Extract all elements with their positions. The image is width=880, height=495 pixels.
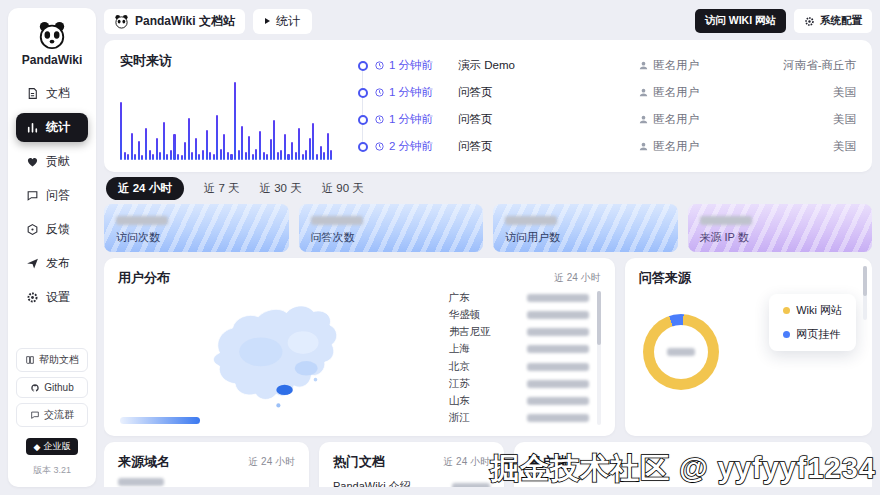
visit-page: 问答页 (458, 85, 638, 100)
bar-chart-icon (26, 121, 39, 134)
chat-bubble-icon (26, 189, 39, 202)
region-row: 江苏 (449, 377, 589, 391)
chart-bar (223, 134, 225, 160)
chart-bar (127, 154, 129, 160)
card-title: 问答来源 (639, 269, 691, 287)
redacted-value (116, 216, 168, 225)
chart-bar (120, 102, 122, 160)
breadcrumb[interactable]: PandaWiki 文档站 (104, 9, 245, 34)
system-config-button[interactable]: 系统配置 (794, 9, 872, 33)
sidebar-item-label: 问答 (46, 187, 70, 204)
dashboard-content: 实时来访 1 分钟前 演示 Demo 匿名用户 河南省-商丘市 (104, 40, 872, 487)
app-root: PandaWiki 文档 统计 贡献 问答 反馈 (0, 0, 880, 495)
user-icon (638, 60, 649, 71)
chart-bar (134, 154, 136, 160)
hot-doc-item[interactable]: PandaWiki 介绍 (333, 479, 490, 487)
user-icon (638, 87, 649, 98)
filter-option-7d[interactable]: 近 7 天 (204, 181, 240, 196)
visit-location: 美国 (738, 112, 856, 127)
chart-bar (280, 150, 282, 160)
visit-user: 匿名用户 (638, 112, 738, 127)
qa-card-scrollbar[interactable] (863, 266, 867, 320)
user-icon (638, 141, 649, 152)
realtime-title: 实时来访 (120, 52, 332, 70)
visit-location: 河南省-商丘市 (738, 58, 856, 73)
help-docs-button[interactable]: 帮助文档 (16, 348, 88, 372)
tab-stats[interactable]: 统计 (253, 9, 312, 34)
redacted-value (527, 363, 589, 371)
chart-bar (248, 136, 250, 160)
chart-bar (191, 152, 193, 160)
sidebar-item-stats[interactable]: 统计 (16, 113, 88, 142)
visit-page: 问答页 (458, 112, 638, 127)
app-logo: PandaWiki (22, 20, 83, 67)
card-title: 来源域名 (118, 453, 170, 471)
sidebar-item-label: 发布 (46, 255, 70, 272)
stat-label: 访问用户数 (505, 230, 666, 245)
user-icon (638, 114, 649, 125)
visit-location: 美国 (738, 139, 856, 154)
stat-card-qa-count: 问答次数 (299, 204, 484, 252)
card-header: 用户分布 近 24 小时 (118, 269, 601, 287)
chart-bar (273, 120, 275, 160)
book-icon (25, 355, 35, 365)
stat-label: 来源 IP 数 (700, 230, 861, 245)
redacted-value (527, 380, 589, 388)
region-row: 上海 (449, 342, 589, 356)
chart-bar (266, 154, 268, 160)
scrollbar-thumb[interactable] (863, 266, 867, 296)
china-map-svg (118, 291, 435, 425)
chart-bar (202, 150, 204, 160)
github-button[interactable]: Github (16, 377, 88, 398)
qa-source-donut-chart (643, 314, 719, 390)
card-title: 热门文档 (333, 453, 385, 471)
time-range-filter: 近 24 小时 近 7 天 近 30 天 近 90 天 (104, 178, 872, 198)
chart-bar (234, 82, 236, 160)
clock-icon (374, 114, 385, 125)
redacted-value (527, 345, 589, 353)
filter-option-24h[interactable]: 近 24 小时 (106, 177, 184, 200)
visit-wiki-button[interactable]: 访问 WIKI 网站 (695, 9, 786, 33)
sidebar-item-docs[interactable]: 文档 (16, 79, 88, 108)
redacted-value (700, 216, 752, 225)
chart-bar (195, 138, 197, 160)
legend-item[interactable]: Wiki 网站 (783, 303, 842, 318)
visit-time: 2 分钟前 (374, 139, 458, 154)
heart-icon (26, 155, 39, 168)
card-title: 客户端 (528, 453, 567, 471)
chart-bar (166, 154, 168, 160)
redacted-value (527, 311, 589, 319)
scrollbar-thumb[interactable] (597, 291, 601, 345)
chart-bar (138, 141, 140, 160)
chart-bar (156, 138, 158, 160)
chart-bar (220, 149, 222, 160)
legend-item[interactable]: 网页挂件 (783, 327, 842, 342)
sidebar-item-label: 文档 (46, 85, 70, 102)
realtime-visit-list: 1 分钟前 演示 Demo 匿名用户 河南省-商丘市 1 分钟前 问答页 (358, 52, 856, 160)
sidebar-item-qa[interactable]: 问答 (16, 181, 88, 210)
community-group-button[interactable]: 交流群 (16, 403, 88, 427)
map-body: 广东 华盛顿 弗吉尼亚 上海 北京 江苏 山东 浙江 (118, 291, 601, 425)
legend-dot (783, 331, 790, 338)
chart-bar (173, 134, 175, 160)
sidebar-item-label: 设置 (46, 289, 70, 306)
client-card: 客户端 (514, 442, 872, 487)
sidebar-item-publish[interactable]: 发布 (16, 249, 88, 278)
gear-icon (26, 291, 39, 304)
clock-icon (374, 60, 385, 71)
sidebar-item-contribution[interactable]: 贡献 (16, 147, 88, 176)
bottom-row: 来源域名 近 24 小时 热门文档 近 24 小时 PandaWiki 介绍 (104, 442, 872, 487)
region-list-scrollbar[interactable] (597, 291, 601, 425)
main-area: PandaWiki 文档站 统计 访问 WIKI 网站 系统配置 实时来访 (104, 8, 872, 487)
sidebar-item-settings[interactable]: 设置 (16, 283, 88, 312)
chart-bar (263, 152, 265, 160)
sidebar-item-feedback[interactable]: 反馈 (16, 215, 88, 244)
filter-option-30d[interactable]: 近 30 天 (259, 181, 301, 196)
chart-bar (227, 152, 229, 160)
visit-row: 2 分钟前 问答页 匿名用户 美国 (374, 139, 856, 154)
redacted-value (527, 397, 589, 405)
chart-bar (320, 146, 322, 160)
filter-option-90d[interactable]: 近 90 天 (322, 181, 364, 196)
chart-bar (291, 142, 293, 160)
redacted-value (527, 294, 589, 302)
